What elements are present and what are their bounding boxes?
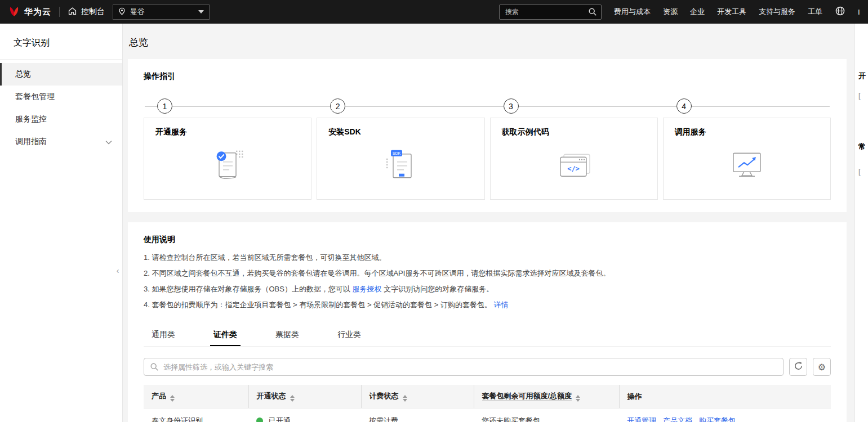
nav-support[interactable]: 支持与服务: [759, 7, 795, 17]
nav-devtools[interactable]: 开发工具: [717, 7, 746, 17]
topbar-search: [499, 5, 602, 20]
sort-icon[interactable]: [403, 395, 407, 402]
region-selector[interactable]: 曼谷: [113, 5, 210, 20]
attribute-filter: [144, 358, 784, 376]
console-link[interactable]: 控制台: [68, 6, 105, 17]
home-icon: [68, 6, 77, 17]
sidebar-nav: 总览 套餐包管理 服务监控 调用指南: [0, 60, 122, 153]
cell-billing: 按需计费: [361, 408, 474, 422]
region-value: 曼谷: [130, 7, 145, 17]
gear-icon: ⚙: [818, 362, 826, 372]
sidebar-item-monitoring[interactable]: 服务监控: [0, 108, 122, 131]
right-panel-fragment[interactable]: [: [858, 167, 861, 176]
sidebar-item-label: 总览: [15, 69, 31, 79]
guide-steps: 1 开通服务: [144, 98, 831, 200]
globe-icon[interactable]: [835, 6, 845, 18]
filter-row: ⚙: [144, 358, 831, 376]
sdk-package-icon: SDK: [382, 148, 419, 185]
sort-icon[interactable]: [170, 395, 175, 402]
nav-tickets[interactable]: 工单: [808, 7, 822, 17]
right-help-panel: 开 [ 常 [: [854, 24, 868, 422]
usage-title: 使用说明: [144, 235, 831, 245]
step-card[interactable]: 调用服务: [663, 118, 831, 200]
buy-package-link[interactable]: 购买套餐包: [699, 416, 736, 422]
right-panel-fragment: 开: [858, 71, 866, 81]
nav-cost[interactable]: 费用与成本: [614, 7, 651, 17]
usage-note-4-text: 4. 套餐包的扣费顺序为：指定企业项目套餐包 > 有场景限制的套餐包 > 促销活…: [144, 300, 494, 309]
usage-note-4: 4. 套餐包的扣费顺序为：指定企业项目套餐包 > 有场景限制的套餐包 > 促销活…: [144, 300, 831, 310]
step-card[interactable]: 获取示例代码 </>: [490, 118, 658, 200]
svg-text:SDK: SDK: [393, 151, 401, 155]
huawei-flower-icon: [8, 5, 20, 20]
chevron-down-icon: [105, 137, 112, 146]
search-icon: [150, 362, 159, 373]
step-number-badge: 1: [157, 98, 172, 114]
search-input[interactable]: [499, 5, 602, 20]
sidebar-collapse-handle[interactable]: ‹: [113, 260, 122, 281]
cell-status: 已开通: [248, 408, 361, 422]
usage-note-3-text-after: 文字识别访问您的对象存储服务。: [382, 285, 494, 293]
sort-icon[interactable]: [290, 395, 295, 402]
monitor-chart-icon: [728, 150, 766, 183]
nav-enterprise[interactable]: 企业: [690, 7, 705, 17]
service-title: 文字识别: [0, 24, 122, 60]
topbar: 华为云 控制台 曼谷 费用与成本 资源 企业 开发工具 支持与服务 工: [0, 0, 868, 24]
sidebar-item-label: 调用指南: [15, 137, 47, 147]
sidebar-item-packages[interactable]: 套餐包管理: [0, 86, 122, 108]
main-content: 总览 操作指引 1 开通服务: [123, 24, 854, 422]
refresh-button[interactable]: [789, 358, 807, 376]
location-pin-icon: [118, 7, 126, 17]
status-green-dot: [256, 417, 263, 422]
tab-general[interactable]: 通用类: [148, 325, 179, 346]
nav-partial-item[interactable]: I: [858, 8, 862, 16]
header-actions: 操作: [619, 385, 831, 408]
tab-receipts[interactable]: 票据类: [272, 325, 302, 346]
step-get-sample-code: 3 获取示例代码 </>: [490, 98, 658, 200]
table-header-row: 产品 开通状态 计费状态 套餐包剩余可用额度/总额度 操作: [144, 385, 831, 408]
sidebar-item-label: 套餐包管理: [15, 92, 55, 102]
usage-card: 使用说明 1. 请检查控制台所在区域，若当前区域无所需套餐包，可切换至其他区域。…: [128, 222, 847, 422]
service-authorization-link[interactable]: 服务授权: [353, 285, 382, 293]
step-card[interactable]: 开通服务: [144, 118, 311, 200]
step-label: 获取示例代码: [502, 127, 646, 137]
filter-search-input[interactable]: [144, 358, 784, 376]
brand-name: 华为云: [24, 7, 51, 17]
sort-icon[interactable]: [576, 395, 580, 402]
header-billing[interactable]: 计费状态: [361, 385, 474, 408]
table-row: 泰文身份证识别 已开通 按需计费 您还未购买套餐包 开通管理产品文档购买套餐包: [144, 408, 831, 422]
cell-product: 泰文身份证识别: [144, 408, 248, 422]
product-table: 产品 开通状态 计费状态 套餐包剩余可用额度/总额度 操作: [144, 385, 831, 422]
settings-button[interactable]: ⚙: [813, 358, 831, 376]
huawei-logo[interactable]: 华为云: [8, 5, 51, 20]
tab-industry[interactable]: 行业类: [334, 325, 364, 346]
search-icon[interactable]: [588, 7, 597, 18]
category-tabs: 通用类 证件类 票据类 行业类: [144, 325, 831, 347]
product-docs-link[interactable]: 产品文档: [663, 416, 692, 422]
sidebar-item-overview[interactable]: 总览: [0, 63, 122, 86]
svg-text:</>: </>: [567, 165, 580, 173]
chevron-down-icon: [198, 10, 204, 14]
step-label: 调用服务: [675, 127, 819, 137]
header-product[interactable]: 产品: [144, 385, 248, 408]
sidebar-item-api-guide[interactable]: 调用指南: [0, 131, 122, 153]
code-window-icon: </>: [555, 150, 593, 183]
header-quota[interactable]: 套餐包剩余可用额度/总额度: [474, 385, 619, 408]
guide-title: 操作指引: [144, 71, 831, 82]
header-status[interactable]: 开通状态: [248, 385, 361, 408]
status-text: 已开通: [269, 416, 291, 422]
nav-resources[interactable]: 资源: [663, 7, 678, 17]
details-link[interactable]: 详情: [494, 300, 509, 309]
right-panel-fragment[interactable]: [: [858, 91, 861, 100]
usage-note-3-text: 3. 如果您想使用存储在对象存储服务（OBS）上的数据，您可以: [144, 285, 353, 293]
operation-guide-card: 操作指引 1 开通服务: [128, 59, 847, 212]
sidebar-item-label: 服务监控: [15, 114, 47, 124]
step-label: 安装SDK: [328, 127, 473, 137]
step-card[interactable]: 安装SDK: [317, 118, 484, 200]
topbar-divider: [59, 7, 60, 17]
console-label: 控制台: [81, 7, 105, 17]
manage-activation-link[interactable]: 开通管理: [627, 416, 656, 422]
step-number-badge: 2: [330, 98, 345, 114]
cell-quota: 您还未购买套餐包: [474, 408, 619, 422]
tab-certificates[interactable]: 证件类: [210, 325, 241, 346]
step-label: 开通服务: [155, 127, 300, 137]
